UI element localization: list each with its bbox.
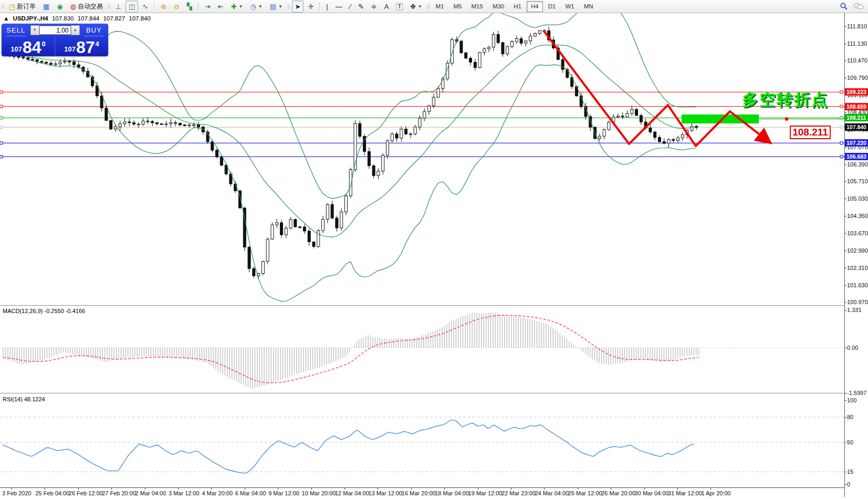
- price-level-label[interactable]: 108.211: [790, 126, 831, 139]
- time-tick: 18 Mar 04:00: [435, 490, 469, 496]
- text-button[interactable]: A: [381, 1, 392, 13]
- time-tick: 3 Feb 2020: [2, 490, 32, 496]
- sell-price-point: 0: [42, 40, 46, 48]
- timeframe-h4[interactable]: H4: [527, 1, 543, 12]
- timeframe-w1[interactable]: W1: [561, 1, 578, 12]
- toolbar-grip: ⣿: [108, 4, 111, 9]
- line-chart-button[interactable]: ∿: [139, 1, 151, 13]
- time-tick: 27 Feb 20:00: [102, 490, 136, 496]
- bar-chart-icon: ⊥: [115, 3, 121, 10]
- macd-tick: -1.5997: [847, 390, 866, 396]
- sell-price-pips: 84: [23, 39, 41, 55]
- text-label-button[interactable]: T: [393, 1, 406, 13]
- chevron-down-icon: ▼: [258, 4, 263, 9]
- rsi-tick: 0: [847, 481, 850, 487]
- chevron-down-icon: ▼: [239, 4, 243, 9]
- time-tick: 3 Mar 12:00: [169, 490, 200, 496]
- symbol-name: USDJPY-,H4: [13, 15, 48, 22]
- auto-scroll-button[interactable]: ⇥: [202, 1, 214, 13]
- timeframe-h1[interactable]: H1: [509, 1, 526, 12]
- sell-price-figure: 107: [11, 45, 22, 53]
- time-tick: 31 Mar 12:00: [668, 490, 702, 496]
- time-tick: 25 Feb 04:00: [35, 490, 69, 496]
- timeframe-mn[interactable]: MN: [580, 1, 598, 12]
- timeframe-m15[interactable]: M15: [467, 1, 487, 12]
- time-tick: 24 Mar 04:00: [535, 490, 569, 496]
- chart-shift-icon: ⇤: [218, 3, 224, 10]
- chat-icon[interactable]: [853, 3, 864, 11]
- time-tick: 10 Mar 20:00: [302, 490, 336, 496]
- bar-chart-button[interactable]: ⊥: [112, 1, 124, 13]
- volume-up-button[interactable]: ▲: [71, 25, 80, 35]
- timeframe-d1[interactable]: D1: [544, 1, 560, 12]
- sell-button[interactable]: SELL: [2, 26, 30, 34]
- time-tick: 19 Mar 12:00: [468, 490, 503, 496]
- tile-windows-button[interactable]: ▚: [184, 1, 195, 13]
- community-button[interactable]: ◉: [54, 1, 66, 13]
- turning-point-annotation[interactable]: 多空转折点: [742, 89, 829, 111]
- charts-button[interactable]: ▦: [40, 1, 53, 13]
- macd-panel[interactable]: [0, 307, 844, 393]
- price-tick: 102.990: [847, 247, 868, 254]
- cursor-button[interactable]: ➤: [292, 1, 304, 13]
- price-axis[interactable]: 111.810111.130110.470109.790109.110108.4…: [844, 13, 868, 497]
- chart-area[interactable]: ▲ USDJPY-,H4 107.830 107.844 107.827 107…: [0, 13, 844, 488]
- fibonacci-icon: ≑: [371, 3, 377, 10]
- auto-trading-button[interactable]: ◍ 自动交易: [67, 1, 106, 13]
- macd-tick: 0.00: [847, 345, 858, 351]
- periods-button[interactable]: ◷ ▼: [247, 1, 265, 13]
- timeframe-m1[interactable]: M1: [432, 1, 448, 12]
- buy-price[interactable]: 107 87 4: [55, 37, 108, 56]
- price-tick: 110.470: [847, 57, 867, 64]
- separator: [319, 2, 320, 11]
- zoom-out-button[interactable]: ⊖: [171, 1, 183, 13]
- price-tick: 111.810: [847, 23, 867, 29]
- price-tick: 102.310: [847, 265, 868, 271]
- main-price-chart[interactable]: [0, 13, 844, 305]
- chevron-down-icon: ▼: [278, 4, 283, 9]
- crosshair-button[interactable]: ✛: [305, 1, 317, 13]
- arrow-styles-button[interactable]: ✥ ▼: [407, 1, 425, 13]
- volume-input[interactable]: [39, 26, 71, 35]
- buy-button[interactable]: BUY: [80, 26, 109, 34]
- timeframe-m5[interactable]: M5: [449, 1, 466, 12]
- chart-shift-button[interactable]: ⇤: [215, 1, 227, 13]
- rsi-panel[interactable]: [0, 394, 844, 487]
- horizontal-line-button[interactable]: —: [332, 1, 346, 13]
- fibonacci-button[interactable]: ≑: [368, 1, 380, 13]
- price-tick: 105.030: [847, 195, 868, 202]
- volume-down-button[interactable]: ▼: [30, 25, 39, 35]
- price-tick: 111.130: [847, 40, 867, 47]
- one-click-trading-panel: SELL ▼ ▲ BUY 107 84 0 107 87 4: [2, 24, 108, 56]
- arrow-styles-icon: ✥: [410, 3, 416, 10]
- timeframe-m30[interactable]: M30: [488, 1, 508, 12]
- rsi-tick: 15: [847, 469, 853, 475]
- vertical-line-button[interactable]: |: [323, 1, 331, 13]
- chart-marker-icon: ▲: [3, 15, 9, 22]
- text-label-icon: T: [396, 3, 403, 11]
- trendline-button[interactable]: ∕: [347, 1, 354, 13]
- sell-price[interactable]: 107 84 0: [2, 37, 55, 56]
- new-order-label: 新订单: [17, 2, 36, 11]
- time-tick: 4 Mar 20:00: [202, 490, 233, 496]
- price-tick: 109.790: [847, 75, 868, 81]
- price-badge-109.223: 109.223: [845, 88, 868, 96]
- auto-trading-label: 自动交易: [78, 2, 103, 11]
- add-indicator-button[interactable]: ✚ ▼: [228, 1, 246, 13]
- ohlc-high: 107.844: [78, 15, 100, 22]
- toolbar-grip: ⣿: [287, 4, 290, 9]
- price-tick: 105.710: [847, 178, 868, 184]
- time-tick: 26 Mar 20:00: [601, 490, 635, 496]
- zoom-in-button[interactable]: ⊕: [158, 1, 170, 13]
- search-icon[interactable]: [840, 2, 848, 11]
- buy-price-figure: 107: [64, 45, 76, 53]
- line-chart-icon: ∿: [142, 3, 148, 10]
- candle-chart-button[interactable]: ◫: [126, 1, 138, 13]
- time-tick: 13 Mar 12:00: [368, 490, 402, 496]
- price-badge-107.220: 107.220: [845, 139, 868, 147]
- equidistant-channel-button[interactable]: ✎: [355, 1, 367, 13]
- time-axis[interactable]: 3 Feb 202025 Feb 04:0026 Feb 12:0027 Feb…: [0, 488, 844, 499]
- templates-button[interactable]: ▤ ▼: [267, 1, 286, 13]
- new-order-button[interactable]: ◳ 新订单: [6, 1, 39, 13]
- price-tick: 104.350: [847, 213, 868, 219]
